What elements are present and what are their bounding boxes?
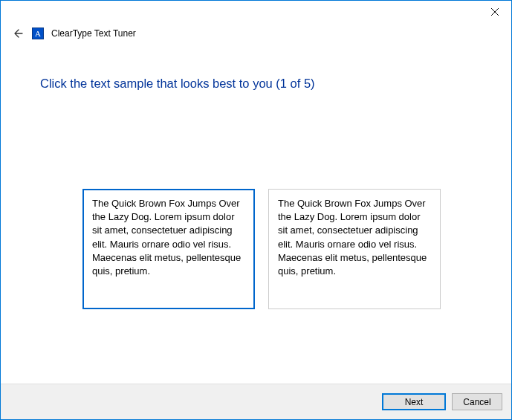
close-button[interactable] [478, 1, 511, 23]
instruction-text: Click the text sample that looks best to… [40, 77, 504, 91]
cancel-button-label: Cancel [463, 397, 490, 407]
back-arrow-icon [11, 28, 23, 39]
header-row: A ClearType Text Tuner [1, 23, 511, 48]
text-sample-1[interactable]: The Quick Brown Fox Jumps Over the Lazy … [82, 189, 255, 309]
wizard-footer: Next Cancel [1, 384, 511, 419]
text-sample-2[interactable]: The Quick Brown Fox Jumps Over the Lazy … [268, 189, 441, 309]
app-icon: A [32, 28, 44, 39]
next-button-label: Next [405, 397, 424, 407]
text-sample-1-content: The Quick Brown Fox Jumps Over the Lazy … [92, 198, 241, 277]
app-title: ClearType Text Tuner [51, 28, 136, 39]
app-icon-letter: A [35, 30, 41, 38]
cleartype-tuner-window: A ClearType Text Tuner Click the text sa… [0, 0, 512, 420]
next-button[interactable]: Next [382, 393, 446, 410]
content-area: Click the text sample that looks best to… [1, 48, 511, 384]
cancel-button[interactable]: Cancel [452, 393, 502, 410]
back-button[interactable] [10, 26, 25, 41]
text-sample-2-content: The Quick Brown Fox Jumps Over the Lazy … [278, 198, 427, 277]
titlebar [1, 1, 511, 23]
text-samples-row: The Quick Brown Fox Jumps Over the Lazy … [82, 189, 504, 309]
close-icon [491, 8, 499, 16]
